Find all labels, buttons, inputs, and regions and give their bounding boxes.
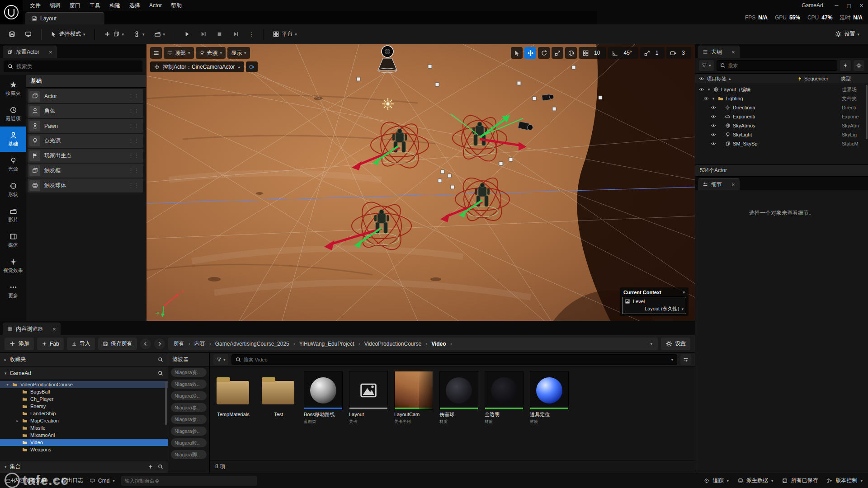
search-icon[interactable]: [158, 464, 163, 469]
scrollbar[interactable]: [165, 382, 167, 425]
outliner-filter-button[interactable]: ▾: [699, 60, 714, 71]
asset-folder[interactable]: TempMaterials: [213, 371, 253, 418]
settings-button[interactable]: 设置 ▾: [831, 28, 863, 41]
context-level-select[interactable]: Layout (永久性) ▾: [625, 305, 684, 312]
back-button[interactable]: [140, 338, 151, 349]
pilot-camera-toggle[interactable]: [246, 61, 258, 72]
asset-level-sequence[interactable]: LayoutCam 关卡序列: [394, 371, 434, 425]
search-icon[interactable]: [158, 371, 163, 376]
folder-enemy[interactable]: Enemy: [0, 403, 168, 410]
category-more[interactable]: 更多: [0, 278, 26, 304]
drag-grip-icon[interactable]: ⋮⋮: [128, 153, 139, 159]
menu-item[interactable]: 选择: [125, 0, 145, 11]
drag-grip-icon[interactable]: ⋮⋮: [128, 183, 139, 188]
column-type[interactable]: 类型: [841, 75, 864, 82]
blueprints-button[interactable]: ▾: [129, 28, 149, 41]
play-options-button[interactable]: ⋮: [245, 28, 258, 41]
outliner-settings-button[interactable]: [854, 60, 864, 71]
breadcrumb-item[interactable]: 所有: [174, 340, 184, 347]
grid-snap-button[interactable]: 10: [579, 47, 606, 59]
play-button[interactable]: [179, 28, 194, 41]
drag-grip-icon[interactable]: ⋮⋮: [128, 123, 139, 129]
breadcrumb-item[interactable]: 内容: [194, 340, 205, 347]
breadcrumb-item[interactable]: YiHuWang_EduProject: [299, 341, 354, 347]
place-item-point-light[interactable]: 点光源⋮⋮: [28, 134, 143, 148]
breadcrumb-item[interactable]: GameAdvertisingCourse_2025: [215, 341, 289, 347]
eye-icon[interactable]: [699, 76, 704, 81]
trace-button[interactable]: 追踪▾: [704, 477, 729, 484]
tab-details[interactable]: 细节 ×: [698, 178, 740, 190]
close-icon[interactable]: ×: [731, 49, 735, 56]
editor-window-button[interactable]: [21, 28, 36, 41]
folder-video-selected[interactable]: Video: [0, 439, 168, 446]
breadcrumb-item-current[interactable]: Video: [431, 341, 446, 347]
folder-weapons[interactable]: Weapons: [0, 446, 168, 453]
outliner-row-sky-atmosphere[interactable]: SkyAtmosSkyAtm: [695, 121, 868, 130]
move-tool-button[interactable]: [524, 47, 536, 59]
cb-settings-button[interactable]: 设置: [661, 338, 690, 350]
unreal-logo[interactable]: [0, 0, 23, 24]
frame-skip-button[interactable]: [196, 28, 211, 41]
chevron-down-icon[interactable]: ▾: [650, 342, 652, 346]
folder-videoproductioncourse[interactable]: ▾VideoProductionCourse: [0, 381, 168, 388]
close-button[interactable]: ✕: [859, 3, 863, 9]
import-button[interactable]: 导入: [67, 338, 95, 350]
category-favorites[interactable]: 收藏夹: [0, 76, 26, 101]
scale-snap-button[interactable]: 1: [640, 47, 665, 59]
category-visual-effects[interactable]: 视觉效果: [0, 253, 26, 278]
lit-mode-button[interactable]: 光照▾: [196, 47, 226, 59]
breadcrumb-item[interactable]: VideoProductionCourse: [364, 341, 422, 347]
fab-button[interactable]: Fab: [37, 338, 64, 350]
filter-pill[interactable]: Niagara粒..: [171, 438, 207, 447]
select-mode-button[interactable]: 选择模式 ▾: [46, 28, 90, 41]
filter-pill[interactable]: Niagara资..: [171, 368, 207, 377]
asset-material[interactable]: 全透明 材质: [485, 371, 524, 425]
category-shapes[interactable]: 形状: [0, 177, 26, 202]
category-recent[interactable]: 最近项: [0, 101, 26, 127]
drag-grip-icon[interactable]: ⋮⋮: [128, 108, 139, 114]
project-section[interactable]: ▾ GameAd: [0, 366, 168, 380]
stop-button[interactable]: [212, 28, 227, 41]
outliner-row-sky-sphere[interactable]: SM_SkySpStaticM: [695, 139, 868, 148]
eye-icon[interactable]: [711, 141, 716, 146]
collections-section[interactable]: ▾ 集合: [0, 460, 168, 473]
outliner-search-input[interactable]: [728, 63, 834, 68]
eye-icon[interactable]: [711, 123, 716, 128]
eye-icon[interactable]: [711, 114, 716, 119]
place-item-actor[interactable]: Actor⋮⋮: [28, 89, 143, 103]
asset-search-input[interactable]: [244, 357, 669, 362]
menu-item[interactable]: Actor: [145, 1, 166, 10]
all-saved-button[interactable]: 所有已保存: [782, 477, 818, 484]
filter-pill[interactable]: Niagara发..: [171, 391, 207, 400]
drag-grip-icon[interactable]: ⋮⋮: [128, 93, 139, 99]
folder-mixamoani[interactable]: MixamoAni: [0, 432, 168, 439]
menu-item[interactable]: 构建: [105, 0, 125, 11]
forward-button[interactable]: [154, 338, 165, 349]
eye-icon[interactable]: [703, 96, 709, 101]
search-input[interactable]: [16, 63, 138, 70]
tab-layout[interactable]: Layout: [25, 12, 104, 24]
cmd-selector[interactable]: Cmd▾: [90, 478, 115, 484]
add-collection-icon[interactable]: [148, 464, 153, 469]
tab-content-browser[interactable]: 内容浏览器 ×: [3, 323, 61, 335]
asset-material[interactable]: 伤害球 材质: [439, 371, 479, 425]
save-all-button[interactable]: 保存所有: [98, 338, 137, 350]
cinematics-button[interactable]: ▾: [150, 28, 170, 41]
place-item-pawn[interactable]: Pawn⋮⋮: [28, 119, 143, 133]
folder-missile[interactable]: Missile: [0, 424, 168, 432]
drag-grip-icon[interactable]: ⋮⋮: [128, 168, 139, 174]
source-control-button[interactable]: 版本控制▾: [827, 477, 863, 484]
favorites-section[interactable]: ▸ 收藏夹: [0, 353, 168, 366]
view-settings-button[interactable]: [680, 354, 691, 365]
outliner-row-fog[interactable]: ExponentiExpone: [695, 112, 868, 121]
menu-item[interactable]: 帮助: [166, 0, 186, 11]
tab-outliner[interactable]: 大纲 ×: [698, 46, 740, 58]
save-button[interactable]: [5, 28, 19, 41]
folder-landership[interactable]: LanderShip: [0, 410, 168, 417]
minimize-button[interactable]: ─: [835, 3, 839, 9]
close-icon[interactable]: ×: [731, 181, 735, 188]
outliner-row-layout[interactable]: ▾Layout（编辑世界场: [695, 85, 868, 94]
asset-blueprint[interactable]: Boss移动路线 蓝图类: [304, 371, 344, 425]
place-item-player-start[interactable]: 玩家出生点⋮⋮: [28, 149, 143, 163]
close-icon[interactable]: ×: [52, 326, 56, 333]
